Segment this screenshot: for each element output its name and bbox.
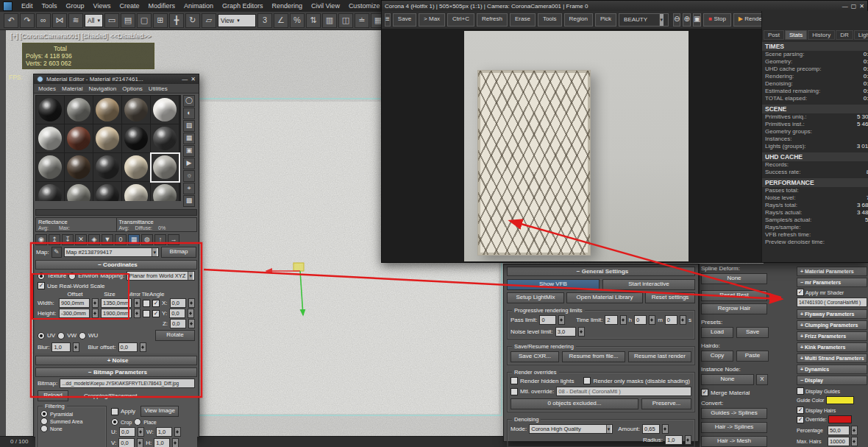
apply-mr-shader-checkbox[interactable] [797,289,804,296]
select-object-icon[interactable]: ▭ [104,13,119,28]
y-angle-field[interactable]: 0,0 [169,309,185,318]
general-settings-rollout[interactable]: General Settings [507,267,695,276]
mirror-icon[interactable]: ◫ [338,13,353,28]
material-slot[interactable] [93,124,121,152]
menu-item[interactable]: Group [62,1,89,10]
rollout-display[interactable]: Display [797,376,867,385]
rollout-mr-parameters[interactable]: mr Parameters [797,278,867,287]
material-slot[interactable] [36,182,64,201]
v-field[interactable]: 0,0 [118,438,135,447]
max-hairs-spinner[interactable] [851,437,858,446]
time-m-spinner[interactable] [649,315,655,325]
make-unique-icon[interactable]: ◈ [88,234,100,245]
material-editor-menu-item[interactable]: Navigation [88,85,116,92]
material-editor-menu-item[interactable]: Modes [38,85,56,92]
height-size-spinner[interactable] [134,309,140,318]
x-angle-field[interactable]: 0,0 [170,298,186,308]
time-limit-h-field[interactable]: 2 [605,315,617,325]
instance-clear-button[interactable]: X [756,374,768,385]
noise-limit-spinner[interactable] [578,327,585,337]
rectangular-selection-region-icon[interactable]: ▢ [137,13,152,28]
map-name-field[interactable]: Map #2138799417 [64,247,159,257]
mapping-dropdown[interactable]: Planar from World XYZ [127,271,195,281]
apply-crop-checkbox[interactable] [111,408,118,415]
show-end-result-icon[interactable]: ◍ [141,234,153,245]
resume-last-render-button[interactable]: Resume last render [628,351,691,362]
material-slot[interactable] [36,96,64,124]
show-map-in-viewport-icon[interactable]: ▦ [128,234,140,245]
vfb-toolbar-button[interactable]: Region [564,13,593,27]
menu-item[interactable]: Create [115,1,143,10]
close-icon[interactable]: ✕ [191,76,196,82]
wu-radio[interactable] [79,332,86,339]
percentage-field[interactable]: 50,0 [828,426,850,435]
vfb-toolbar-button[interactable]: Erase [510,13,536,27]
material-slot[interactable] [93,96,121,124]
reset-settings-button[interactable]: Reset settings [645,292,695,303]
radius-spinner[interactable] [685,435,691,445]
objects-excluded-button[interactable]: 0 objects excluded... [511,398,638,409]
menu-item[interactable]: Civil View [307,1,344,10]
rollout-dynamics[interactable]: Dynamics [797,365,867,374]
background-icon[interactable]: ▨ [183,120,195,132]
vfb-titlebar[interactable]: Corona 4 (Hotfix 1) | 505×505px (1:1) | … [382,1,867,11]
backlight-icon[interactable]: ◐ [183,108,195,119]
redo-icon[interactable]: ↷ [20,13,35,28]
vw-radio[interactable] [57,332,65,339]
height-offset-spinner[interactable] [92,309,99,318]
menu-item[interactable]: Animation [179,1,218,10]
z-angle-spinner[interactable] [188,319,195,328]
map-type-button[interactable]: Bitmap [161,247,196,258]
bitmap-path-field[interactable]: ...dd_models\Koepu JYSK\AKSFRYTLE\78643_… [60,379,195,388]
map-picker-icon[interactable]: ✎ [51,247,62,258]
width-size-spinner[interactable] [134,298,140,308]
rollout-clumping-parameters[interactable]: Clumping Parameters [797,320,867,330]
amount-field[interactable]: 0,65 [642,424,660,434]
preserve-button[interactable]: Preserve... [641,398,691,409]
blur-offset-field[interactable]: 0,0 [118,342,138,352]
v-spinner[interactable] [137,438,143,447]
menu-item[interactable]: Rendering [268,1,307,10]
vfb-toolbar-button[interactable]: Save [393,13,416,27]
tile-v-checkbox[interactable] [152,310,160,317]
hairdo-copy-button[interactable]: Copy [701,351,733,362]
menu-item[interactable]: Edit [17,1,38,10]
radius-field[interactable]: 1,0 [665,435,683,445]
mirror-v-checkbox[interactable] [143,310,150,317]
reset-rest-button[interactable]: Reset Rest [701,290,767,301]
material-slot[interactable] [65,182,93,201]
height-offset-field[interactable]: -300,0mm [59,309,90,318]
mtl-override-checkbox[interactable] [511,388,518,395]
render-only-masks-checkbox[interactable] [583,377,591,384]
reset-map-icon[interactable]: ✕ [75,234,87,245]
z-angle-field[interactable]: 0,0 [170,319,186,328]
material-slot[interactable] [65,153,93,181]
presets-save-button[interactable]: Save [736,327,769,338]
video-color-check-icon[interactable]: ▣ [183,145,195,157]
spline-deform-button[interactable]: None [701,273,767,284]
tile-u-checkbox[interactable] [152,300,160,307]
options-icon[interactable]: ☼ [183,170,195,182]
hair-to-splines-button[interactable]: Hair -> Splines [701,422,767,433]
minimize-icon[interactable]: — [182,76,188,82]
rollout-material-parameters[interactable]: Material Parameters [797,267,867,276]
sample-scrollbar[interactable] [35,209,197,216]
bitmap-parameters-rollout[interactable]: Bitmap Parameters [35,367,197,377]
y-angle-spinner[interactable] [188,309,194,318]
vfb-minimize-icon[interactable]: — [842,3,848,10]
material-slot[interactable] [151,124,179,152]
rotate-button[interactable]: Rotate [155,330,195,341]
material-slot[interactable] [122,124,150,152]
save-cxr-button[interactable]: Save CXR... [511,351,559,362]
width-offset-spinner[interactable] [92,298,99,308]
place-radio[interactable] [134,418,141,426]
noise-rollout[interactable]: Noise [35,356,197,365]
material-slot[interactable] [122,182,150,201]
material-slot[interactable] [122,96,150,124]
material-slot[interactable] [122,153,150,181]
tab-lightmix[interactable]: LightMix [854,30,868,40]
u-field[interactable]: 0,0 [119,427,135,437]
sample-type-sphere-icon[interactable]: ◯ [183,95,195,107]
uv-radio[interactable] [38,332,45,339]
mirror-u-checkbox[interactable] [143,300,150,307]
